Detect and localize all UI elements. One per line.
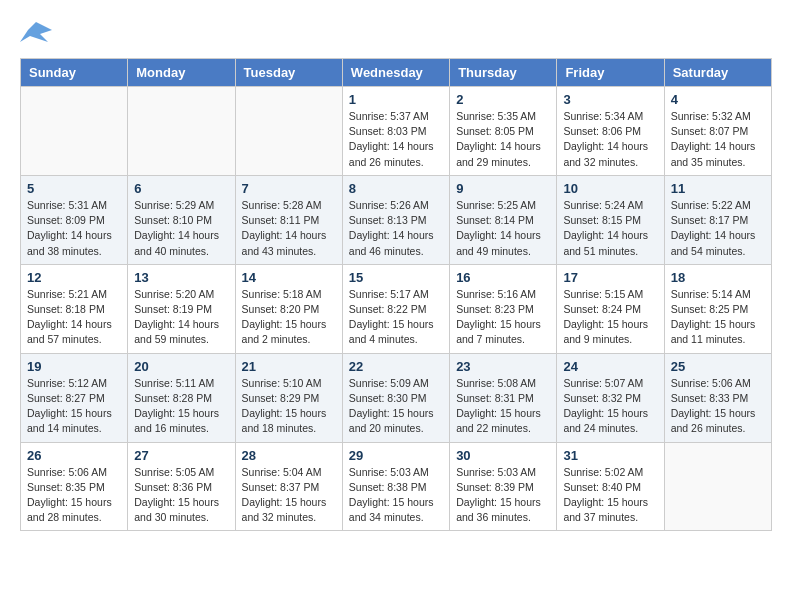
day-number: 19: [27, 359, 121, 374]
day-info: Sunrise: 5:25 AM Sunset: 8:14 PM Dayligh…: [456, 198, 550, 259]
day-info: Sunrise: 5:35 AM Sunset: 8:05 PM Dayligh…: [456, 109, 550, 170]
calendar-cell: 7Sunrise: 5:28 AM Sunset: 8:11 PM Daylig…: [235, 175, 342, 264]
day-number: 6: [134, 181, 228, 196]
day-number: 5: [27, 181, 121, 196]
calendar-cell: 19Sunrise: 5:12 AM Sunset: 8:27 PM Dayli…: [21, 353, 128, 442]
day-info: Sunrise: 5:18 AM Sunset: 8:20 PM Dayligh…: [242, 287, 336, 348]
calendar-cell: 23Sunrise: 5:08 AM Sunset: 8:31 PM Dayli…: [450, 353, 557, 442]
day-info: Sunrise: 5:15 AM Sunset: 8:24 PM Dayligh…: [563, 287, 657, 348]
day-number: 13: [134, 270, 228, 285]
day-number: 10: [563, 181, 657, 196]
calendar-cell: 20Sunrise: 5:11 AM Sunset: 8:28 PM Dayli…: [128, 353, 235, 442]
day-number: 18: [671, 270, 765, 285]
day-number: 3: [563, 92, 657, 107]
calendar-cell: 10Sunrise: 5:24 AM Sunset: 8:15 PM Dayli…: [557, 175, 664, 264]
day-number: 12: [27, 270, 121, 285]
calendar-cell: [235, 87, 342, 176]
day-number: 27: [134, 448, 228, 463]
calendar-cell: 26Sunrise: 5:06 AM Sunset: 8:35 PM Dayli…: [21, 442, 128, 531]
weekday-header-sunday: Sunday: [21, 59, 128, 87]
day-info: Sunrise: 5:22 AM Sunset: 8:17 PM Dayligh…: [671, 198, 765, 259]
calendar-week-row: 26Sunrise: 5:06 AM Sunset: 8:35 PM Dayli…: [21, 442, 772, 531]
day-number: 25: [671, 359, 765, 374]
weekday-header-thursday: Thursday: [450, 59, 557, 87]
day-info: Sunrise: 5:26 AM Sunset: 8:13 PM Dayligh…: [349, 198, 443, 259]
day-number: 20: [134, 359, 228, 374]
calendar-cell: 28Sunrise: 5:04 AM Sunset: 8:37 PM Dayli…: [235, 442, 342, 531]
calendar-cell: 31Sunrise: 5:02 AM Sunset: 8:40 PM Dayli…: [557, 442, 664, 531]
day-number: 8: [349, 181, 443, 196]
day-info: Sunrise: 5:09 AM Sunset: 8:30 PM Dayligh…: [349, 376, 443, 437]
day-info: Sunrise: 5:06 AM Sunset: 8:33 PM Dayligh…: [671, 376, 765, 437]
day-info: Sunrise: 5:29 AM Sunset: 8:10 PM Dayligh…: [134, 198, 228, 259]
weekday-header-monday: Monday: [128, 59, 235, 87]
calendar-cell: 18Sunrise: 5:14 AM Sunset: 8:25 PM Dayli…: [664, 264, 771, 353]
calendar-table: SundayMondayTuesdayWednesdayThursdayFrid…: [20, 58, 772, 531]
calendar-cell: 5Sunrise: 5:31 AM Sunset: 8:09 PM Daylig…: [21, 175, 128, 264]
calendar-cell: 9Sunrise: 5:25 AM Sunset: 8:14 PM Daylig…: [450, 175, 557, 264]
day-info: Sunrise: 5:14 AM Sunset: 8:25 PM Dayligh…: [671, 287, 765, 348]
weekday-header-saturday: Saturday: [664, 59, 771, 87]
page-header: [20, 20, 772, 48]
calendar-cell: 30Sunrise: 5:03 AM Sunset: 8:39 PM Dayli…: [450, 442, 557, 531]
day-info: Sunrise: 5:12 AM Sunset: 8:27 PM Dayligh…: [27, 376, 121, 437]
calendar-cell: 16Sunrise: 5:16 AM Sunset: 8:23 PM Dayli…: [450, 264, 557, 353]
day-info: Sunrise: 5:10 AM Sunset: 8:29 PM Dayligh…: [242, 376, 336, 437]
day-number: 2: [456, 92, 550, 107]
day-info: Sunrise: 5:03 AM Sunset: 8:39 PM Dayligh…: [456, 465, 550, 526]
day-info: Sunrise: 5:11 AM Sunset: 8:28 PM Dayligh…: [134, 376, 228, 437]
day-number: 24: [563, 359, 657, 374]
day-info: Sunrise: 5:21 AM Sunset: 8:18 PM Dayligh…: [27, 287, 121, 348]
day-number: 22: [349, 359, 443, 374]
day-info: Sunrise: 5:04 AM Sunset: 8:37 PM Dayligh…: [242, 465, 336, 526]
day-number: 29: [349, 448, 443, 463]
calendar-cell: [664, 442, 771, 531]
logo: [20, 20, 56, 48]
day-number: 7: [242, 181, 336, 196]
day-info: Sunrise: 5:16 AM Sunset: 8:23 PM Dayligh…: [456, 287, 550, 348]
day-info: Sunrise: 5:32 AM Sunset: 8:07 PM Dayligh…: [671, 109, 765, 170]
day-info: Sunrise: 5:06 AM Sunset: 8:35 PM Dayligh…: [27, 465, 121, 526]
calendar-cell: 8Sunrise: 5:26 AM Sunset: 8:13 PM Daylig…: [342, 175, 449, 264]
calendar-cell: 27Sunrise: 5:05 AM Sunset: 8:36 PM Dayli…: [128, 442, 235, 531]
calendar-cell: 13Sunrise: 5:20 AM Sunset: 8:19 PM Dayli…: [128, 264, 235, 353]
calendar-cell: [128, 87, 235, 176]
calendar-cell: 2Sunrise: 5:35 AM Sunset: 8:05 PM Daylig…: [450, 87, 557, 176]
day-number: 14: [242, 270, 336, 285]
calendar-cell: 1Sunrise: 5:37 AM Sunset: 8:03 PM Daylig…: [342, 87, 449, 176]
calendar-cell: 12Sunrise: 5:21 AM Sunset: 8:18 PM Dayli…: [21, 264, 128, 353]
calendar-week-row: 19Sunrise: 5:12 AM Sunset: 8:27 PM Dayli…: [21, 353, 772, 442]
day-number: 30: [456, 448, 550, 463]
day-number: 9: [456, 181, 550, 196]
calendar-cell: 24Sunrise: 5:07 AM Sunset: 8:32 PM Dayli…: [557, 353, 664, 442]
weekday-header-wednesday: Wednesday: [342, 59, 449, 87]
day-number: 15: [349, 270, 443, 285]
day-info: Sunrise: 5:37 AM Sunset: 8:03 PM Dayligh…: [349, 109, 443, 170]
day-info: Sunrise: 5:03 AM Sunset: 8:38 PM Dayligh…: [349, 465, 443, 526]
calendar-cell: 3Sunrise: 5:34 AM Sunset: 8:06 PM Daylig…: [557, 87, 664, 176]
calendar-cell: 11Sunrise: 5:22 AM Sunset: 8:17 PM Dayli…: [664, 175, 771, 264]
day-number: 11: [671, 181, 765, 196]
day-info: Sunrise: 5:20 AM Sunset: 8:19 PM Dayligh…: [134, 287, 228, 348]
day-info: Sunrise: 5:28 AM Sunset: 8:11 PM Dayligh…: [242, 198, 336, 259]
day-number: 17: [563, 270, 657, 285]
day-info: Sunrise: 5:31 AM Sunset: 8:09 PM Dayligh…: [27, 198, 121, 259]
day-number: 31: [563, 448, 657, 463]
calendar-cell: 29Sunrise: 5:03 AM Sunset: 8:38 PM Dayli…: [342, 442, 449, 531]
calendar-week-row: 12Sunrise: 5:21 AM Sunset: 8:18 PM Dayli…: [21, 264, 772, 353]
day-info: Sunrise: 5:07 AM Sunset: 8:32 PM Dayligh…: [563, 376, 657, 437]
calendar-cell: 4Sunrise: 5:32 AM Sunset: 8:07 PM Daylig…: [664, 87, 771, 176]
day-number: 4: [671, 92, 765, 107]
day-info: Sunrise: 5:34 AM Sunset: 8:06 PM Dayligh…: [563, 109, 657, 170]
calendar-cell: 25Sunrise: 5:06 AM Sunset: 8:33 PM Dayli…: [664, 353, 771, 442]
day-number: 28: [242, 448, 336, 463]
calendar-cell: 6Sunrise: 5:29 AM Sunset: 8:10 PM Daylig…: [128, 175, 235, 264]
weekday-header-tuesday: Tuesday: [235, 59, 342, 87]
calendar-cell: 17Sunrise: 5:15 AM Sunset: 8:24 PM Dayli…: [557, 264, 664, 353]
calendar-cell: 22Sunrise: 5:09 AM Sunset: 8:30 PM Dayli…: [342, 353, 449, 442]
day-number: 23: [456, 359, 550, 374]
calendar-cell: 14Sunrise: 5:18 AM Sunset: 8:20 PM Dayli…: [235, 264, 342, 353]
day-number: 26: [27, 448, 121, 463]
calendar-cell: [21, 87, 128, 176]
day-number: 16: [456, 270, 550, 285]
